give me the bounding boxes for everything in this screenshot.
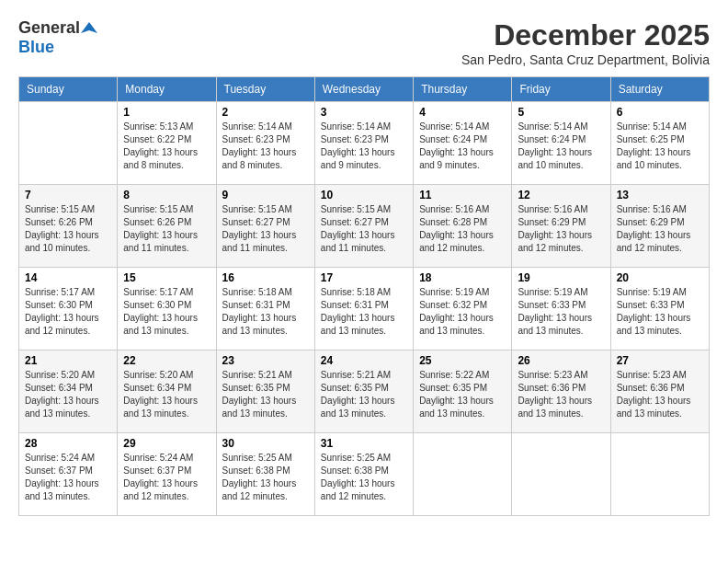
day-number: 9: [222, 189, 309, 201]
calendar-day-cell: 19Sunrise: 5:19 AM Sunset: 6:33 PM Dayli…: [512, 268, 610, 350]
day-number: 31: [321, 437, 407, 450]
day-number: 14: [25, 271, 111, 284]
day-number: 7: [25, 189, 111, 201]
calendar-day-cell: 6Sunrise: 5:14 AM Sunset: 6:25 PM Daylig…: [610, 102, 709, 185]
calendar-day-cell: 3Sunrise: 5:14 AM Sunset: 6:23 PM Daylig…: [314, 102, 413, 185]
day-number: 10: [321, 189, 407, 201]
calendar-day-cell: 26Sunrise: 5:23 AM Sunset: 6:36 PM Dayli…: [512, 350, 610, 433]
calendar-day-cell: 16Sunrise: 5:18 AM Sunset: 6:31 PM Dayli…: [216, 268, 314, 350]
day-info: Sunrise: 5:15 AM Sunset: 6:27 PM Dayligh…: [222, 203, 309, 255]
day-number: 27: [617, 354, 703, 367]
calendar-week-row: 7Sunrise: 5:15 AM Sunset: 6:26 PM Daylig…: [19, 185, 710, 268]
day-info: Sunrise: 5:21 AM Sunset: 6:35 PM Dayligh…: [321, 369, 407, 420]
calendar-day-cell: 11Sunrise: 5:16 AM Sunset: 6:28 PM Dayli…: [414, 185, 512, 268]
calendar-day-cell: 15Sunrise: 5:17 AM Sunset: 6:30 PM Dayli…: [118, 268, 216, 350]
day-number: 26: [518, 354, 604, 367]
calendar-table: SundayMondayTuesdayWednesdayThursdayFrid…: [18, 76, 710, 516]
calendar-day-cell: 2Sunrise: 5:14 AM Sunset: 6:23 PM Daylig…: [216, 102, 314, 185]
day-info: Sunrise: 5:16 AM Sunset: 6:28 PM Dayligh…: [419, 203, 506, 255]
day-info: Sunrise: 5:14 AM Sunset: 6:24 PM Dayligh…: [518, 121, 604, 172]
day-number: 20: [617, 271, 703, 284]
calendar-week-row: 1Sunrise: 5:13 AM Sunset: 6:22 PM Daylig…: [19, 102, 710, 185]
day-info: Sunrise: 5:23 AM Sunset: 6:36 PM Dayligh…: [617, 369, 703, 420]
calendar-week-row: 28Sunrise: 5:24 AM Sunset: 6:37 PM Dayli…: [19, 433, 710, 516]
day-info: Sunrise: 5:17 AM Sunset: 6:30 PM Dayligh…: [123, 286, 210, 338]
day-number: 2: [222, 106, 309, 119]
logo-blue-text: Blue: [18, 38, 54, 57]
day-info: Sunrise: 5:15 AM Sunset: 6:26 PM Dayligh…: [25, 203, 111, 255]
calendar-day-cell: 1Sunrise: 5:13 AM Sunset: 6:22 PM Daylig…: [118, 102, 216, 185]
calendar-day-cell: 30Sunrise: 5:25 AM Sunset: 6:38 PM Dayli…: [216, 433, 314, 516]
calendar-day-cell: 7Sunrise: 5:15 AM Sunset: 6:26 PM Daylig…: [19, 185, 118, 268]
calendar-header-cell: Thursday: [414, 77, 512, 102]
day-number: 25: [419, 354, 506, 367]
calendar-day-cell: [414, 433, 512, 516]
day-info: Sunrise: 5:22 AM Sunset: 6:35 PM Dayligh…: [419, 369, 506, 420]
day-info: Sunrise: 5:13 AM Sunset: 6:22 PM Dayligh…: [123, 121, 210, 172]
day-info: Sunrise: 5:24 AM Sunset: 6:37 PM Dayligh…: [123, 452, 210, 503]
calendar-day-cell: 29Sunrise: 5:24 AM Sunset: 6:37 PM Dayli…: [118, 433, 216, 516]
day-info: Sunrise: 5:20 AM Sunset: 6:34 PM Dayligh…: [25, 369, 111, 420]
calendar-header-row: SundayMondayTuesdayWednesdayThursdayFrid…: [19, 77, 710, 102]
day-number: 18: [419, 271, 506, 284]
svg-marker-0: [81, 22, 97, 33]
calendar-day-cell: 5Sunrise: 5:14 AM Sunset: 6:24 PM Daylig…: [512, 102, 610, 185]
day-number: 22: [123, 354, 210, 367]
calendar-day-cell: [512, 433, 610, 516]
day-number: 17: [321, 271, 407, 284]
day-info: Sunrise: 5:19 AM Sunset: 6:32 PM Dayligh…: [419, 286, 506, 338]
month-title: December 2025: [461, 18, 710, 52]
day-number: 5: [518, 106, 604, 119]
calendar-day-cell: 4Sunrise: 5:14 AM Sunset: 6:24 PM Daylig…: [414, 102, 512, 185]
day-info: Sunrise: 5:14 AM Sunset: 6:25 PM Dayligh…: [617, 121, 703, 172]
calendar-day-cell: 14Sunrise: 5:17 AM Sunset: 6:30 PM Dayli…: [19, 268, 118, 350]
calendar-day-cell: 18Sunrise: 5:19 AM Sunset: 6:32 PM Dayli…: [414, 268, 512, 350]
day-number: 19: [518, 271, 604, 284]
day-info: Sunrise: 5:19 AM Sunset: 6:33 PM Dayligh…: [617, 286, 703, 338]
calendar-day-cell: 28Sunrise: 5:24 AM Sunset: 6:37 PM Dayli…: [19, 433, 118, 516]
calendar-header-cell: Tuesday: [216, 77, 314, 102]
day-number: 16: [222, 271, 309, 284]
title-area: December 2025 San Pedro, Santa Cruz Depa…: [461, 18, 710, 67]
calendar-day-cell: 23Sunrise: 5:21 AM Sunset: 6:35 PM Dayli…: [216, 350, 314, 433]
day-info: Sunrise: 5:15 AM Sunset: 6:27 PM Dayligh…: [321, 203, 407, 255]
day-info: Sunrise: 5:16 AM Sunset: 6:29 PM Dayligh…: [518, 203, 604, 255]
day-number: 13: [617, 189, 703, 201]
day-info: Sunrise: 5:19 AM Sunset: 6:33 PM Dayligh…: [518, 286, 604, 338]
calendar-week-row: 14Sunrise: 5:17 AM Sunset: 6:30 PM Dayli…: [19, 268, 710, 350]
day-number: 15: [123, 271, 210, 284]
calendar-week-row: 21Sunrise: 5:20 AM Sunset: 6:34 PM Dayli…: [19, 350, 710, 433]
calendar-day-cell: 10Sunrise: 5:15 AM Sunset: 6:27 PM Dayli…: [314, 185, 413, 268]
calendar-day-cell: 22Sunrise: 5:20 AM Sunset: 6:34 PM Dayli…: [118, 350, 216, 433]
day-number: 3: [321, 106, 407, 119]
calendar-header-cell: Saturday: [610, 77, 709, 102]
calendar-header-cell: Friday: [512, 77, 610, 102]
day-number: 4: [419, 106, 506, 119]
calendar-day-cell: 9Sunrise: 5:15 AM Sunset: 6:27 PM Daylig…: [216, 185, 314, 268]
day-number: 12: [518, 189, 604, 201]
day-number: 8: [123, 189, 210, 201]
calendar-header-cell: Monday: [118, 77, 216, 102]
logo-general-text: General: [18, 18, 80, 38]
day-number: 23: [222, 354, 309, 367]
day-info: Sunrise: 5:21 AM Sunset: 6:35 PM Dayligh…: [222, 369, 309, 420]
calendar-header-cell: Wednesday: [314, 77, 413, 102]
day-number: 24: [321, 354, 407, 367]
calendar-day-cell: 17Sunrise: 5:18 AM Sunset: 6:31 PM Dayli…: [314, 268, 413, 350]
calendar-day-cell: 20Sunrise: 5:19 AM Sunset: 6:33 PM Dayli…: [610, 268, 709, 350]
day-number: 6: [617, 106, 703, 119]
logo: General Blue: [18, 18, 97, 57]
day-number: 29: [123, 437, 210, 450]
location-title: San Pedro, Santa Cruz Department, Bolivi…: [461, 52, 710, 67]
day-info: Sunrise: 5:16 AM Sunset: 6:29 PM Dayligh…: [617, 203, 703, 255]
calendar-day-cell: [19, 102, 118, 185]
day-number: 1: [123, 106, 210, 119]
day-number: 11: [419, 189, 506, 201]
day-number: 30: [222, 437, 309, 450]
calendar-day-cell: 8Sunrise: 5:15 AM Sunset: 6:26 PM Daylig…: [118, 185, 216, 268]
day-info: Sunrise: 5:14 AM Sunset: 6:24 PM Dayligh…: [419, 121, 506, 172]
logo-bird-icon: [81, 20, 97, 37]
calendar-day-cell: 27Sunrise: 5:23 AM Sunset: 6:36 PM Dayli…: [610, 350, 709, 433]
day-info: Sunrise: 5:25 AM Sunset: 6:38 PM Dayligh…: [222, 452, 309, 503]
day-info: Sunrise: 5:18 AM Sunset: 6:31 PM Dayligh…: [222, 286, 309, 338]
